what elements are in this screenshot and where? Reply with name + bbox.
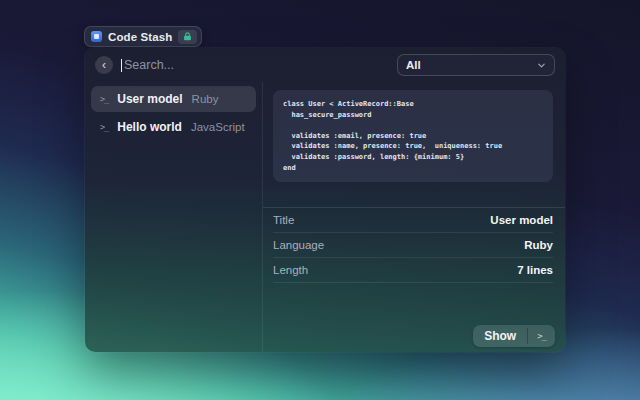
search-input[interactable] (124, 58, 389, 72)
metadata-label: Length (273, 264, 308, 276)
list-item-user-model[interactable]: >_ User model Ruby (91, 86, 256, 112)
metadata-label: Title (273, 214, 294, 226)
code-stash-window: ‹ All >_ User model Ruby >_ Hello world … (85, 48, 565, 352)
search-field-wrap (121, 58, 389, 72)
search-header: ‹ All (85, 48, 565, 82)
desktop: { "window": { "tab_title": "Code Stash" … (0, 0, 640, 400)
terminal-prompt-icon: >_ (100, 94, 108, 104)
show-button-label: Show (473, 325, 527, 347)
terminal-prompt-icon: >_ (100, 122, 108, 132)
list-item-language: JavaScript (191, 121, 245, 133)
lock-icon (183, 32, 192, 41)
list-item-title: Hello world (117, 120, 182, 134)
filter-dropdown[interactable]: All (397, 54, 555, 76)
app-tab-title: Code Stash (108, 31, 172, 43)
list-item-hello-world[interactable]: >_ Hello world JavaScript (91, 114, 256, 140)
terminal-prompt-icon: >_ (528, 325, 555, 347)
metadata-value: Ruby (524, 239, 553, 251)
filter-dropdown-value: All (406, 59, 421, 71)
metadata-value: User model (490, 214, 553, 226)
metadata-section: Title User model Language Ruby Length 7 … (263, 207, 565, 283)
window-body: >_ User model Ruby >_ Hello world JavaSc… (85, 82, 565, 352)
code-preview: class User < ActiveRecord::Base has_secu… (273, 90, 553, 182)
list-item-language: Ruby (192, 93, 219, 105)
chevron-down-icon (537, 61, 546, 70)
metadata-value: 7 lines (517, 264, 553, 276)
text-caret (121, 59, 122, 72)
show-button[interactable]: Show >_ (473, 325, 555, 347)
metadata-row-length: Length 7 lines (273, 258, 553, 283)
lock-badge (178, 30, 197, 44)
back-button[interactable]: ‹ (95, 56, 113, 74)
code-text: class User < ActiveRecord::Base has_secu… (283, 99, 543, 173)
list-item-title: User model (117, 92, 182, 106)
snippet-list: >_ User model Ruby >_ Hello world JavaSc… (85, 82, 263, 352)
app-tab-chip[interactable]: Code Stash (84, 26, 202, 47)
metadata-row-language: Language Ruby (273, 233, 553, 258)
metadata-label: Language (273, 239, 324, 251)
back-chevron-icon: ‹ (102, 59, 106, 71)
metadata-row-title: Title User model (273, 208, 553, 233)
detail-panel: class User < ActiveRecord::Base has_secu… (263, 82, 565, 352)
app-icon (91, 31, 102, 42)
